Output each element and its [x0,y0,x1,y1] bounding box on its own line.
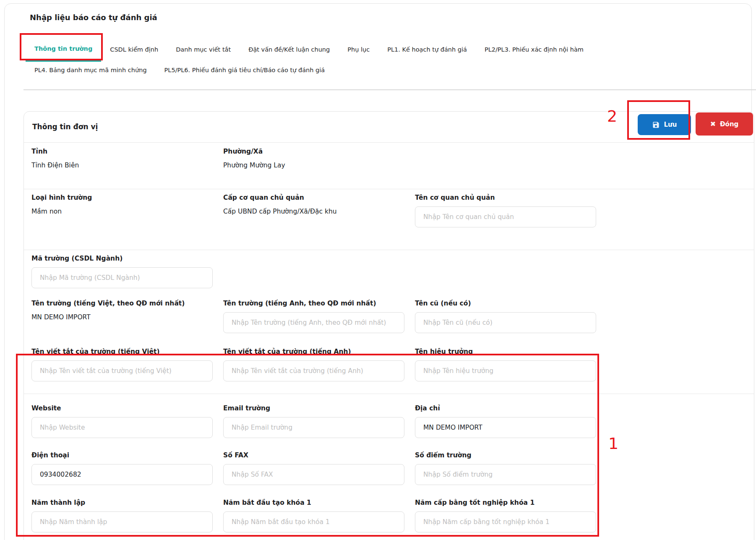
field-ten-cu-label: Tên cũ (nếu có) [415,300,596,308]
field-ten-hieu-truong-label: Tên hiệu trưởng [415,348,596,356]
divider [24,394,754,394]
field-so-fax-label: Số FAX [223,451,404,460]
ten-hieu-truong-input[interactable] [415,360,596,381]
section-title: Thông tin đơn vị [32,123,98,131]
field-ten-truong-viet: Tên trường (tiếng Việt, theo QĐ mới nhất… [31,300,213,333]
field-website: Website [31,404,213,438]
nam-bat-dau-input[interactable] [223,511,404,532]
save-icon [652,121,660,129]
nam-thanh-lap-input[interactable] [31,511,213,532]
field-tinh-value: Tỉnh Điện Biên [31,162,213,169]
field-nam-cap-bang-label: Năm cấp bằng tốt nghiệp khóa 1 [415,499,596,507]
field-cap-co-quan: Cấp cơ quan chủ quản Cấp UBND cấp Phường… [223,194,404,227]
close-button[interactable]: ✖ Đóng [696,112,753,136]
field-ma-truong-label: Mã trường (CSDL Ngành) [31,255,213,263]
field-ten-truong-anh-label: Tên trường (tiếng Anh, theo QĐ mới nhất) [223,300,404,308]
tabs-row-1: Thông tin trường CSDL kiểm định Danh mục… [26,37,592,62]
field-dia-chi-label: Địa chỉ [415,404,596,413]
field-phuong-xa-value: Phường Mường Lay [223,162,404,169]
viet-tat-anh-input[interactable] [223,360,404,381]
close-icon: ✖ [710,121,716,128]
tab-pl5-pl6-bao-cao[interactable]: PL5/PL6. Phiếu đánh giá tiêu chí/Báo cáo… [156,62,334,78]
field-nam-bat-dau-label: Năm bắt đầu tạo khóa 1 [223,499,404,507]
viet-tat-viet-input[interactable] [31,360,213,381]
tabs-row-2: PL4. Bảng danh mục mã minh chứng PL5/PL6… [26,62,334,78]
page-card: Nhập liệu báo cáo tự đánh giá Thông tin … [4,3,752,540]
ma-truong-input[interactable] [31,267,213,288]
dia-chi-input[interactable] [415,417,596,438]
field-email-truong: Email trường [223,404,404,438]
field-website-label: Website [31,404,213,413]
form-row-viet-tat: Tên viết tắt của trường (tiếng Việt) Tên… [31,348,596,381]
field-loai-hinh-label: Loại hình trường [31,194,213,202]
nam-cap-bang-input[interactable] [415,511,596,532]
ten-cu-input[interactable] [415,312,596,333]
field-ten-hieu-truong: Tên hiệu trưởng [415,348,596,381]
field-ten-truong-viet-label: Tên trường (tiếng Việt, theo QĐ mới nhất… [31,300,213,308]
ten-truong-anh-input[interactable] [223,312,404,333]
form-row-phone: Điện thoại Số FAX Số điểm trường [31,451,596,485]
tab-phu-luc[interactable]: Phụ lục [339,37,378,62]
field-so-diem-truong: Số điểm trường [415,451,596,485]
field-viet-tat-anh: Tên viết tắt của trường (tiếng Anh) [223,348,404,381]
field-ten-co-quan: Tên cơ quan chủ quản [415,194,596,227]
field-tinh-label: Tỉnh [31,148,213,156]
field-cap-co-quan-label: Cấp cơ quan chủ quản [223,194,404,202]
field-nam-bat-dau-khoa-1: Năm bắt đầu tạo khóa 1 [223,499,404,532]
divider [24,250,754,250]
tab-pl1-ke-hoach[interactable]: PL1. Kế hoạch tự đánh giá [378,37,476,62]
field-nam-thanh-lap: Năm thành lập [31,499,213,532]
form-row-ma-truong: Mã trường (CSDL Ngành) [31,255,596,288]
field-so-fax: Số FAX [223,451,404,485]
field-dien-thoai: Điện thoại [31,451,213,485]
divider [24,189,754,189]
field-ten-co-quan-label: Tên cơ quan chủ quản [415,194,596,202]
form-row-location: Tỉnh Tỉnh Điện Biên Phường/Xã Phường Mườ… [31,148,596,169]
field-viet-tat-viet: Tên viết tắt của trường (tiếng Việt) [31,348,213,381]
field-tinh: Tỉnh Tỉnh Điện Biên [31,148,213,169]
section-card: Thông tin đơn vị Lưu ✖ Đóng Tỉnh Tỉnh Đi… [23,111,754,540]
save-button-label: Lưu [664,121,677,128]
field-nam-thanh-lap-label: Năm thành lập [31,499,213,507]
tab-danh-muc-viet-tat[interactable]: Danh mục viết tắt [167,37,240,62]
field-phuong-xa-label: Phường/Xã [223,148,404,156]
save-button[interactable]: Lưu [638,114,691,135]
tab-pl4-ma-minh-chung[interactable]: PL4. Bảng danh mục mã minh chứng [26,62,156,78]
field-loai-hinh-truong: Loại hình trường Mầm non [31,194,213,227]
field-dia-chi: Địa chỉ [415,404,596,438]
field-phuong-xa: Phường/Xã Phường Mường Lay [223,148,404,169]
tab-dat-van-de-ket-luan[interactable]: Đặt vấn đề/Kết luận chung [240,37,339,62]
field-viet-tat-anh-label: Tên viết tắt của trường (tiếng Anh) [223,348,404,356]
field-ten-truong-viet-value: MN DEMO IMPORT [31,313,213,321]
dien-thoai-input[interactable] [31,464,213,485]
so-fax-input[interactable] [223,464,404,485]
email-truong-input[interactable] [223,417,404,438]
tab-pl2-pl3-noi-ham[interactable]: PL2/PL3. Phiếu xác định nội hàm [476,37,592,62]
field-cap-co-quan-value: Cấp UBND cấp Phường/Xã/Đặc khu [223,208,404,215]
field-ten-cu: Tên cũ (nếu có) [415,300,596,333]
close-button-label: Đóng [720,120,738,128]
field-so-diem-truong-label: Số điểm trường [415,451,596,460]
form-row-agency: Loại hình trường Mầm non Cấp cơ quan chủ… [31,194,596,227]
form-row-ten-truong: Tên trường (tiếng Việt, theo QĐ mới nhất… [31,300,596,333]
field-nam-cap-bang-khoa-1: Năm cấp bằng tốt nghiệp khóa 1 [415,499,596,532]
tab-thong-tin-truong[interactable]: Thông tin trường [26,37,101,62]
field-ma-truong: Mã trường (CSDL Ngành) [31,255,213,288]
page-title: Nhập liệu báo cáo tự đánh giá [30,13,157,22]
field-loai-hinh-value: Mầm non [31,208,213,215]
website-input[interactable] [31,417,213,438]
field-viet-tat-viet-label: Tên viết tắt của trường (tiếng Việt) [31,348,213,356]
field-email-truong-label: Email trường [223,404,404,413]
form-row-years: Năm thành lập Năm bắt đầu tạo khóa 1 Năm… [31,499,596,532]
section-header: Thông tin đơn vị Lưu ✖ Đóng [24,112,754,143]
field-ten-truong-anh: Tên trường (tiếng Anh, theo QĐ mới nhất) [223,300,404,333]
tab-csdl-kiem-dinh[interactable]: CSDL kiểm định [101,37,167,62]
so-diem-truong-input[interactable] [415,464,596,485]
field-dien-thoai-label: Điện thoại [31,451,213,460]
tabs-divider [23,89,756,90]
ten-co-quan-input[interactable] [415,206,596,227]
form-row-contact: Website Email trường Địa chỉ [31,404,596,438]
